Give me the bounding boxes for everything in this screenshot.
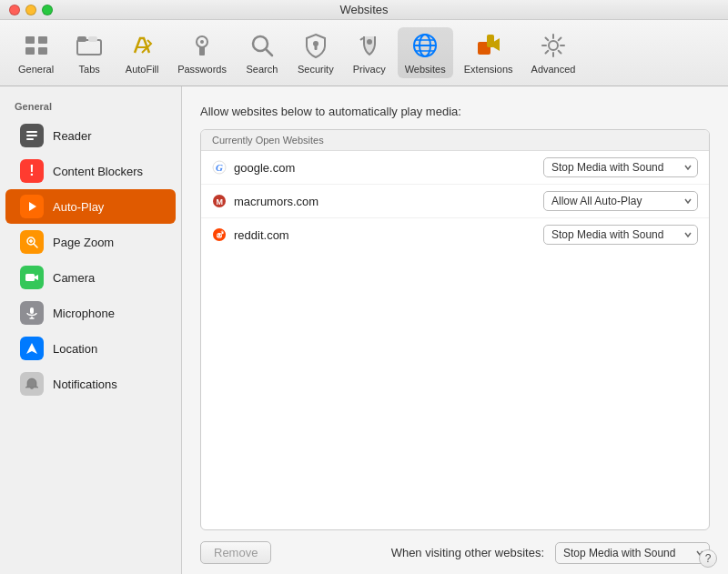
svg-rect-2 [38, 36, 47, 44]
sidebar-item-microphone[interactable]: Microphone [5, 296, 176, 330]
sidebar-item-label-page-zoom: Page Zoom [53, 236, 114, 249]
sidebar-item-label-auto-play: Auto-Play [53, 200, 104, 214]
maximize-button[interactable] [42, 5, 53, 15]
svg-point-52 [220, 235, 222, 237]
svg-line-30 [546, 51, 549, 54]
toolbar-label-advanced: Advanced [531, 64, 576, 75]
window-controls [9, 5, 53, 15]
svg-point-53 [221, 232, 223, 234]
sidebar-item-camera[interactable]: Camera [5, 260, 176, 295]
svg-rect-41 [30, 307, 34, 314]
toolbar-label-tabs: Tabs [79, 64, 100, 75]
other-websites-label: When visiting other websites: [282, 546, 544, 559]
toolbar-item-privacy[interactable]: Privacy [345, 27, 394, 78]
sidebar-item-location[interactable]: Location [5, 331, 176, 366]
sidebar-item-page-zoom[interactable]: Page Zoom [5, 225, 176, 259]
table-row: M macrumors.com Stop Media with Sound Al… [201, 185, 709, 218]
toolbar-item-general[interactable]: General [11, 27, 61, 78]
websites-icon [410, 31, 440, 60]
help-button[interactable]: ? [699, 549, 717, 568]
svg-point-9 [200, 40, 204, 44]
svg-line-27 [546, 38, 549, 41]
svg-rect-4 [77, 40, 101, 55]
sidebar-item-label-location: Location [53, 342, 97, 356]
toolbar-label-search: Search [247, 64, 278, 75]
toolbar-item-security[interactable]: Security [290, 27, 341, 78]
toolbar-label-privacy: Privacy [353, 64, 386, 75]
tabs-icon [75, 31, 104, 60]
sidebar-item-auto-play[interactable]: Auto-Play [5, 189, 176, 224]
autoplay-icon [20, 195, 44, 218]
toolbar-item-websites[interactable]: Websites [398, 27, 453, 78]
svg-text:G: G [216, 162, 223, 173]
remove-button[interactable]: Remove [200, 541, 271, 564]
toolbar-item-passwords[interactable]: Passwords [170, 27, 234, 78]
svg-point-51 [217, 235, 219, 237]
close-button[interactable] [9, 5, 20, 15]
sidebar-item-notifications[interactable]: Notifications [5, 367, 176, 401]
table-row: reddit.com Stop Media with Sound Allow A… [201, 218, 709, 251]
sidebar-item-label-notifications: Notifications [53, 378, 117, 391]
svg-rect-1 [25, 47, 35, 55]
microphone-icon [20, 301, 44, 325]
minimize-button[interactable] [25, 5, 36, 15]
svg-rect-31 [26, 131, 37, 133]
sidebar-item-label-reader: Reader [53, 129, 92, 143]
sidebar-section-label: General [0, 97, 181, 117]
reader-icon [20, 124, 44, 147]
google-favicon: G [212, 160, 227, 175]
toolbar-label-extensions: Extensions [464, 64, 513, 75]
search-icon [248, 31, 277, 60]
svg-rect-5 [77, 36, 86, 42]
toolbar: General Tabs AutoFill [0, 20, 728, 86]
notifications-icon [20, 372, 44, 396]
main-content: General Reader ! Content Blockers [0, 86, 728, 574]
bottom-bar: Remove When visiting other websites: Sto… [200, 541, 710, 564]
other-websites-select[interactable]: Stop Media with Sound Allow All Auto-Pla… [555, 542, 710, 564]
extensions-icon [474, 31, 503, 60]
toolbar-item-search[interactable]: Search [238, 27, 287, 78]
macrumors-setting-select[interactable]: Stop Media with Sound Allow All Auto-Pla… [543, 191, 698, 211]
svg-rect-8 [199, 46, 205, 55]
toolbar-label-autofill: AutoFill [126, 64, 159, 75]
svg-line-29 [559, 38, 561, 41]
toolbar-item-tabs[interactable]: Tabs [65, 27, 114, 78]
svg-rect-3 [38, 47, 47, 55]
svg-line-36 [34, 244, 37, 247]
window-title: Websites [339, 3, 388, 16]
advanced-icon [539, 31, 568, 60]
svg-rect-0 [25, 36, 35, 44]
svg-rect-32 [26, 135, 37, 136]
reddit-favicon [212, 227, 227, 242]
sidebar-item-label-camera: Camera [53, 271, 95, 285]
svg-marker-44 [26, 343, 37, 354]
toolbar-item-extensions[interactable]: Extensions [457, 27, 521, 78]
table-row: G google.com Stop Media with Sound Allow… [201, 151, 709, 185]
toolbar-item-autofill[interactable]: AutoFill [117, 27, 167, 78]
google-setting-select[interactable]: Stop Media with Sound Allow All Auto-Pla… [543, 157, 698, 177]
toolbar-label-websites: Websites [405, 64, 446, 75]
website-list-body: G google.com Stop Media with Sound Allow… [201, 151, 709, 529]
svg-point-14 [367, 39, 372, 45]
sidebar-item-label-content-blockers: Content Blockers [53, 165, 143, 178]
svg-marker-40 [35, 275, 38, 280]
sidebar-item-reader[interactable]: Reader [5, 118, 176, 153]
autofill-icon [127, 31, 157, 60]
website-list-header: Currently Open Websites [201, 130, 709, 151]
privacy-icon [355, 31, 384, 60]
right-panel: Allow websites below to automatically pl… [182, 86, 728, 574]
macrumors-favicon: M [212, 194, 227, 208]
reddit-setting-select[interactable]: Stop Media with Sound Allow All Auto-Pla… [543, 225, 698, 245]
svg-rect-21 [487, 35, 494, 47]
website-domain-reddit: reddit.com [234, 228, 536, 242]
svg-rect-13 [314, 45, 317, 50]
svg-point-22 [549, 41, 558, 50]
toolbar-item-advanced[interactable]: Advanced [524, 27, 583, 78]
general-icon [22, 31, 51, 60]
website-domain-macrumors: macrumors.com [234, 195, 536, 208]
passwords-icon [187, 31, 217, 60]
sidebar-item-content-blockers[interactable]: ! Content Blockers [5, 154, 176, 188]
security-icon [301, 31, 330, 60]
svg-rect-6 [88, 36, 97, 42]
toolbar-label-general: General [18, 64, 54, 75]
